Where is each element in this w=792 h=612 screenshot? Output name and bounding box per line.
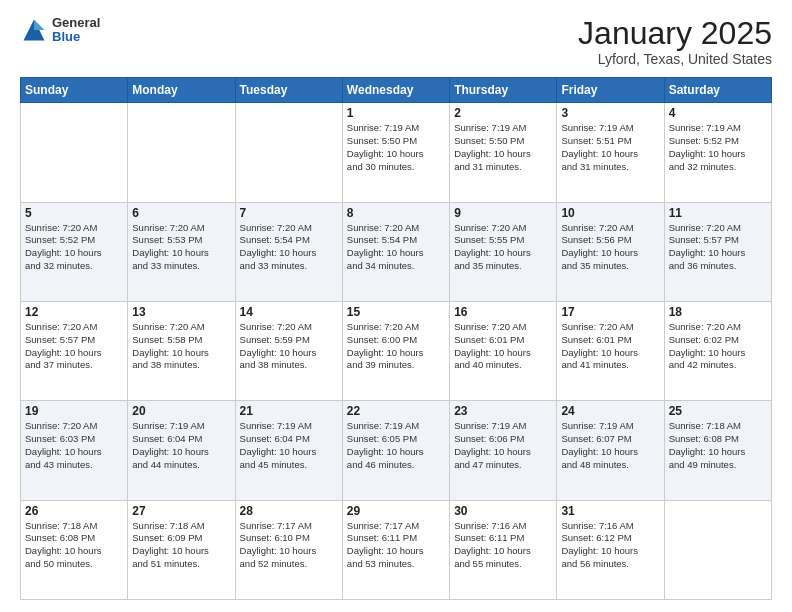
day-info: Sunrise: 7:19 AM Sunset: 5:52 PM Dayligh… (669, 122, 767, 173)
calendar-cell: 2Sunrise: 7:19 AM Sunset: 5:50 PM Daylig… (450, 103, 557, 202)
day-number: 4 (669, 106, 767, 120)
day-info: Sunrise: 7:16 AM Sunset: 6:11 PM Dayligh… (454, 520, 552, 571)
day-info: Sunrise: 7:20 AM Sunset: 6:03 PM Dayligh… (25, 420, 123, 471)
day-info: Sunrise: 7:19 AM Sunset: 6:04 PM Dayligh… (240, 420, 338, 471)
calendar-cell (21, 103, 128, 202)
calendar-cell: 27Sunrise: 7:18 AM Sunset: 6:09 PM Dayli… (128, 500, 235, 599)
day-number: 11 (669, 206, 767, 220)
calendar-cell (128, 103, 235, 202)
day-number: 24 (561, 404, 659, 418)
day-info: Sunrise: 7:19 AM Sunset: 6:06 PM Dayligh… (454, 420, 552, 471)
logo-text: General Blue (52, 16, 100, 45)
calendar-cell: 1Sunrise: 7:19 AM Sunset: 5:50 PM Daylig… (342, 103, 449, 202)
logo-icon (20, 16, 48, 44)
week-row-2: 5Sunrise: 7:20 AM Sunset: 5:52 PM Daylig… (21, 202, 772, 301)
calendar-cell: 8Sunrise: 7:20 AM Sunset: 5:54 PM Daylig… (342, 202, 449, 301)
day-info: Sunrise: 7:19 AM Sunset: 5:50 PM Dayligh… (347, 122, 445, 173)
day-info: Sunrise: 7:20 AM Sunset: 5:54 PM Dayligh… (347, 222, 445, 273)
weekday-header-sunday: Sunday (21, 78, 128, 103)
day-number: 16 (454, 305, 552, 319)
day-info: Sunrise: 7:20 AM Sunset: 5:52 PM Dayligh… (25, 222, 123, 273)
day-number: 31 (561, 504, 659, 518)
calendar-cell: 30Sunrise: 7:16 AM Sunset: 6:11 PM Dayli… (450, 500, 557, 599)
day-number: 2 (454, 106, 552, 120)
calendar-cell: 24Sunrise: 7:19 AM Sunset: 6:07 PM Dayli… (557, 401, 664, 500)
svg-marker-1 (34, 20, 45, 31)
day-number: 7 (240, 206, 338, 220)
weekday-header-row: SundayMondayTuesdayWednesdayThursdayFrid… (21, 78, 772, 103)
day-info: Sunrise: 7:20 AM Sunset: 6:02 PM Dayligh… (669, 321, 767, 372)
day-info: Sunrise: 7:19 AM Sunset: 5:51 PM Dayligh… (561, 122, 659, 173)
week-row-3: 12Sunrise: 7:20 AM Sunset: 5:57 PM Dayli… (21, 301, 772, 400)
day-number: 30 (454, 504, 552, 518)
day-info: Sunrise: 7:20 AM Sunset: 5:59 PM Dayligh… (240, 321, 338, 372)
day-number: 28 (240, 504, 338, 518)
calendar-cell: 9Sunrise: 7:20 AM Sunset: 5:55 PM Daylig… (450, 202, 557, 301)
day-number: 6 (132, 206, 230, 220)
calendar-cell: 28Sunrise: 7:17 AM Sunset: 6:10 PM Dayli… (235, 500, 342, 599)
day-info: Sunrise: 7:19 AM Sunset: 6:07 PM Dayligh… (561, 420, 659, 471)
day-number: 23 (454, 404, 552, 418)
calendar-cell: 11Sunrise: 7:20 AM Sunset: 5:57 PM Dayli… (664, 202, 771, 301)
location: Lyford, Texas, United States (578, 51, 772, 67)
week-row-4: 19Sunrise: 7:20 AM Sunset: 6:03 PM Dayli… (21, 401, 772, 500)
day-info: Sunrise: 7:20 AM Sunset: 6:01 PM Dayligh… (454, 321, 552, 372)
calendar-cell: 13Sunrise: 7:20 AM Sunset: 5:58 PM Dayli… (128, 301, 235, 400)
day-number: 9 (454, 206, 552, 220)
day-number: 14 (240, 305, 338, 319)
day-number: 25 (669, 404, 767, 418)
calendar-cell: 5Sunrise: 7:20 AM Sunset: 5:52 PM Daylig… (21, 202, 128, 301)
week-row-1: 1Sunrise: 7:19 AM Sunset: 5:50 PM Daylig… (21, 103, 772, 202)
calendar-cell: 25Sunrise: 7:18 AM Sunset: 6:08 PM Dayli… (664, 401, 771, 500)
weekday-header-monday: Monday (128, 78, 235, 103)
logo-blue: Blue (52, 30, 100, 44)
day-number: 13 (132, 305, 230, 319)
calendar-cell: 12Sunrise: 7:20 AM Sunset: 5:57 PM Dayli… (21, 301, 128, 400)
calendar-cell: 16Sunrise: 7:20 AM Sunset: 6:01 PM Dayli… (450, 301, 557, 400)
day-number: 18 (669, 305, 767, 319)
calendar-cell: 4Sunrise: 7:19 AM Sunset: 5:52 PM Daylig… (664, 103, 771, 202)
weekday-header-friday: Friday (557, 78, 664, 103)
calendar-cell: 6Sunrise: 7:20 AM Sunset: 5:53 PM Daylig… (128, 202, 235, 301)
day-info: Sunrise: 7:20 AM Sunset: 6:00 PM Dayligh… (347, 321, 445, 372)
logo-general: General (52, 16, 100, 30)
day-info: Sunrise: 7:19 AM Sunset: 6:05 PM Dayligh… (347, 420, 445, 471)
day-info: Sunrise: 7:16 AM Sunset: 6:12 PM Dayligh… (561, 520, 659, 571)
weekday-header-tuesday: Tuesday (235, 78, 342, 103)
day-info: Sunrise: 7:18 AM Sunset: 6:08 PM Dayligh… (669, 420, 767, 471)
title-block: January 2025 Lyford, Texas, United State… (578, 16, 772, 67)
day-info: Sunrise: 7:20 AM Sunset: 6:01 PM Dayligh… (561, 321, 659, 372)
calendar-cell: 29Sunrise: 7:17 AM Sunset: 6:11 PM Dayli… (342, 500, 449, 599)
day-number: 1 (347, 106, 445, 120)
day-number: 29 (347, 504, 445, 518)
calendar-cell: 31Sunrise: 7:16 AM Sunset: 6:12 PM Dayli… (557, 500, 664, 599)
calendar-cell: 18Sunrise: 7:20 AM Sunset: 6:02 PM Dayli… (664, 301, 771, 400)
calendar-cell: 23Sunrise: 7:19 AM Sunset: 6:06 PM Dayli… (450, 401, 557, 500)
header: General Blue January 2025 Lyford, Texas,… (20, 16, 772, 67)
day-number: 22 (347, 404, 445, 418)
day-number: 10 (561, 206, 659, 220)
calendar-cell: 26Sunrise: 7:18 AM Sunset: 6:08 PM Dayli… (21, 500, 128, 599)
day-info: Sunrise: 7:20 AM Sunset: 5:57 PM Dayligh… (25, 321, 123, 372)
weekday-header-thursday: Thursday (450, 78, 557, 103)
day-number: 19 (25, 404, 123, 418)
day-number: 26 (25, 504, 123, 518)
day-info: Sunrise: 7:17 AM Sunset: 6:10 PM Dayligh… (240, 520, 338, 571)
day-info: Sunrise: 7:20 AM Sunset: 5:58 PM Dayligh… (132, 321, 230, 372)
day-number: 15 (347, 305, 445, 319)
calendar-cell: 22Sunrise: 7:19 AM Sunset: 6:05 PM Dayli… (342, 401, 449, 500)
weekday-header-saturday: Saturday (664, 78, 771, 103)
calendar-cell: 20Sunrise: 7:19 AM Sunset: 6:04 PM Dayli… (128, 401, 235, 500)
day-info: Sunrise: 7:20 AM Sunset: 5:56 PM Dayligh… (561, 222, 659, 273)
day-number: 5 (25, 206, 123, 220)
day-number: 3 (561, 106, 659, 120)
calendar-cell: 3Sunrise: 7:19 AM Sunset: 5:51 PM Daylig… (557, 103, 664, 202)
day-info: Sunrise: 7:19 AM Sunset: 6:04 PM Dayligh… (132, 420, 230, 471)
day-info: Sunrise: 7:20 AM Sunset: 5:54 PM Dayligh… (240, 222, 338, 273)
calendar-cell: 14Sunrise: 7:20 AM Sunset: 5:59 PM Dayli… (235, 301, 342, 400)
day-number: 8 (347, 206, 445, 220)
calendar-cell: 10Sunrise: 7:20 AM Sunset: 5:56 PM Dayli… (557, 202, 664, 301)
day-info: Sunrise: 7:19 AM Sunset: 5:50 PM Dayligh… (454, 122, 552, 173)
calendar-cell (664, 500, 771, 599)
calendar-cell: 15Sunrise: 7:20 AM Sunset: 6:00 PM Dayli… (342, 301, 449, 400)
